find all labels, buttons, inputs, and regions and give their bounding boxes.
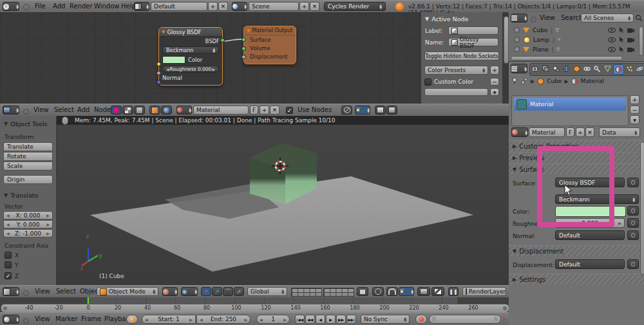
visibility-eye-icon[interactable] xyxy=(607,46,616,53)
axis-y-checkbox[interactable] xyxy=(5,261,12,268)
color-swatch[interactable] xyxy=(162,56,185,64)
search-icon[interactable] xyxy=(635,14,643,22)
scene-icon-button[interactable]: ▲▼ xyxy=(232,2,247,11)
panel-preview[interactable]: ▶Preview xyxy=(509,152,644,163)
normal-link-button[interactable] xyxy=(627,230,639,240)
node-name-input[interactable]: Glossy BSDF xyxy=(448,38,498,46)
vector-z-field[interactable]: ◀Z: -1.000▶ xyxy=(3,229,53,237)
browse-material-button[interactable]: ▲▼ xyxy=(511,127,528,137)
keying-set-field[interactable]: ⚿ ⚿ xyxy=(429,315,501,324)
renderability-camera-icon[interactable] xyxy=(627,37,635,43)
selectability-pointer-icon[interactable] xyxy=(618,46,625,53)
collapse-menu-icon[interactable] xyxy=(23,290,29,296)
outliner-row-plane[interactable]: Plane | ▽ xyxy=(509,44,644,54)
viewport-3d[interactable]: Mem: 7.45M, Peak: 7.45M | Scene | Elapse… xyxy=(57,116,509,285)
remove-slot-button[interactable]: − xyxy=(630,106,639,114)
menu-frame[interactable]: Frame xyxy=(79,315,104,322)
breadcrumb-object[interactable]: Cube xyxy=(547,78,562,84)
end-frame-field[interactable]: ◀End: 250▶ xyxy=(196,315,251,324)
add-preset-button[interactable]: + xyxy=(490,66,499,75)
viewport-shading-select[interactable]: ▲▼ xyxy=(162,287,178,296)
start-frame-field[interactable]: ◀Start: 1▶ xyxy=(142,315,196,324)
use-preview-range-button[interactable] xyxy=(126,315,138,324)
collapse-menu-icon[interactable] xyxy=(23,4,30,10)
shader-type-object-button[interactable] xyxy=(149,106,160,115)
play-reverse-button[interactable]: ◀ xyxy=(316,315,325,324)
node-tree-icon[interactable] xyxy=(520,77,528,85)
delete-layout-button[interactable]: ✕ xyxy=(218,2,228,11)
shader-tree-type-texture-button[interactable] xyxy=(122,106,133,115)
visibility-eye-icon[interactable] xyxy=(607,37,616,43)
proportional-edit-button[interactable] xyxy=(372,287,384,296)
panel-custom-properties[interactable]: ▶Custom Properties xyxy=(509,140,644,151)
roughness-link-button[interactable] xyxy=(627,218,639,228)
selectability-pointer-icon[interactable] xyxy=(618,36,625,43)
timeline[interactable]: -40-200204060801001201401601802002202402… xyxy=(0,297,509,312)
add-scene-button[interactable]: + xyxy=(299,2,309,11)
fake-user-button[interactable]: F xyxy=(250,106,258,115)
render-opengl-button[interactable] xyxy=(417,287,430,296)
vector-y-field[interactable]: ◀Y: 0.000▶ xyxy=(3,220,53,228)
rotate-button[interactable]: Rotate xyxy=(3,152,53,161)
editor-type-3dview-button[interactable]: ▲▼ xyxy=(3,287,19,296)
selectability-pointer-icon[interactable] xyxy=(618,26,625,33)
outliner-row-cube[interactable]: Cube | ▽ xyxy=(509,25,644,35)
displacement-input-socket[interactable] xyxy=(242,55,246,59)
roughness-slider[interactable]: ◀ Roughness 0.000 ▶ xyxy=(162,66,219,73)
custom-color-checkbox[interactable] xyxy=(424,79,431,86)
glossy-bsdf-node[interactable]: ▼ Glossy BSDF BSDF Beckmann ▲▼ Color ◀ R… xyxy=(158,27,223,86)
data-link-select[interactable]: Data ▲▼ xyxy=(599,127,640,137)
menu-view[interactable]: View xyxy=(32,288,53,295)
collapse-menu-icon[interactable] xyxy=(23,318,29,324)
material-browse-button[interactable]: ▲▼ xyxy=(176,106,192,115)
displacement-select[interactable]: Default xyxy=(555,259,625,269)
surface-input-socket[interactable] xyxy=(242,37,246,42)
expand-icon[interactable] xyxy=(514,46,520,52)
breadcrumb-tab[interactable]: Material xyxy=(581,78,605,84)
jump-to-start-button[interactable]: |◀◀ xyxy=(295,315,305,324)
material-slot-selected[interactable]: Material xyxy=(514,98,626,111)
menu-view[interactable]: View xyxy=(32,315,53,322)
renderability-camera-icon[interactable] xyxy=(627,46,635,53)
visibility-eye-icon[interactable] xyxy=(607,27,616,33)
manipulator-toggle-button[interactable]: ⌖ xyxy=(201,287,211,296)
material-name-field[interactable]: Material xyxy=(529,127,565,137)
editor-type-node-button[interactable]: ▲▼ xyxy=(3,106,19,115)
tab-particles[interactable] xyxy=(625,64,634,73)
snapshot-button[interactable] xyxy=(386,106,397,115)
preset-menu-button[interactable]: ▼ xyxy=(490,88,499,96)
color-presets-select[interactable]: Color Presets ▲▼ xyxy=(424,66,488,75)
use-nodes-checkbox[interactable]: ✓ xyxy=(286,107,293,114)
panel-settings[interactable]: ▶Settings xyxy=(509,274,644,284)
base-color-swatch[interactable] xyxy=(555,206,626,217)
unlink-material-button[interactable]: ✕ xyxy=(585,127,594,137)
panel-collapse-icon[interactable]: ▼ xyxy=(4,192,8,198)
transform-orientation-select[interactable]: Global ▲▼ xyxy=(247,287,287,296)
volume-input-socket[interactable] xyxy=(242,46,246,51)
manipulator-rotate-button[interactable]: ⌒ xyxy=(223,287,233,296)
outliner-row-lamp[interactable]: Lamp | ✳ xyxy=(509,35,644,44)
snap-element-select[interactable]: ▲▼ xyxy=(399,287,414,296)
layer-buttons-left[interactable] xyxy=(291,288,322,297)
properties-scrollbar[interactable] xyxy=(640,142,644,275)
lock-to-scene-button[interactable] xyxy=(357,287,368,296)
delete-keyframe-icon[interactable]: ✕ xyxy=(502,316,507,322)
axis-x-checkbox[interactable] xyxy=(5,252,12,259)
snap-element-select[interactable]: ▲▼ xyxy=(355,106,370,115)
menu-select[interactable]: Select xyxy=(52,106,77,113)
panel-collapse-icon[interactable]: ▼ xyxy=(4,121,8,127)
tab-object-data[interactable] xyxy=(603,64,612,73)
collapse-menu-icon[interactable] xyxy=(531,17,536,23)
next-keyframe-button[interactable]: ▶▶ xyxy=(336,315,346,324)
pivot-point-select[interactable]: ▲▼ xyxy=(181,287,198,296)
add-layout-button[interactable]: + xyxy=(208,2,218,11)
add-slot-button[interactable]: + xyxy=(630,95,639,104)
menu-view[interactable]: View xyxy=(537,14,558,21)
menu-marker[interactable]: Marker xyxy=(53,315,80,322)
node-editor-scrollbar[interactable] xyxy=(504,16,509,64)
tab-material-active[interactable] xyxy=(613,64,624,75)
custom-color-field[interactable] xyxy=(424,88,488,96)
tab-scene[interactable] xyxy=(551,64,561,73)
origin-button[interactable]: Origin xyxy=(3,175,53,184)
menu-add[interactable]: Add xyxy=(75,106,92,113)
